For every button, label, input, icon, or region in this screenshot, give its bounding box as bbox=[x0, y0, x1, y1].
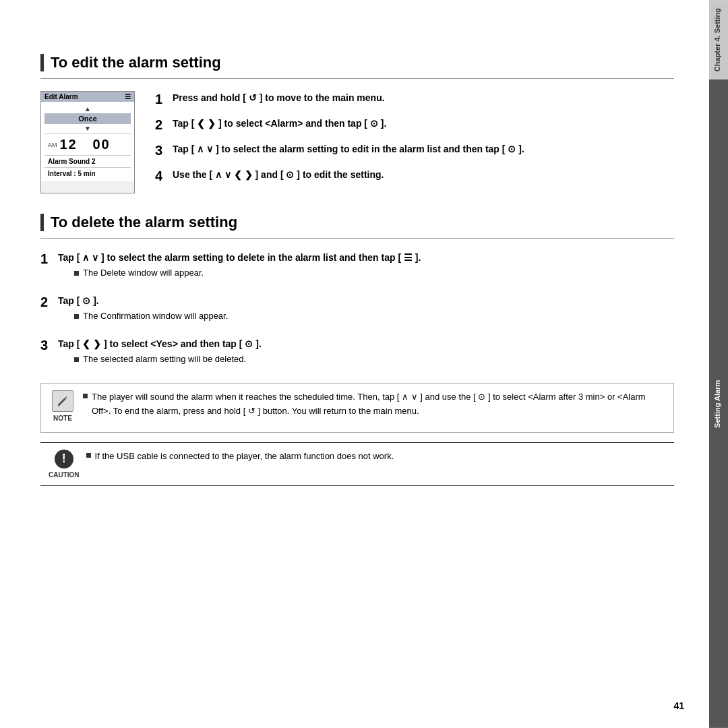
device-min: 00 bbox=[92, 137, 110, 152]
delete-step-3-note: The selected alarm setting will be delet… bbox=[74, 354, 262, 364]
delete-section: To delete the alarm setting 1 Tap [ ∧ ∨ … bbox=[40, 214, 674, 371]
device-body: ▲ Once ▼ AM 12 00 Alarm Sound 2 Interval… bbox=[41, 102, 134, 181]
delete-step-2-note-text: The Confirmation window will appear. bbox=[83, 311, 228, 321]
edit-section-title: To edit the alarm setting bbox=[51, 54, 221, 71]
step-number-3: 3 bbox=[155, 142, 167, 158]
delete-section-bar bbox=[40, 214, 44, 231]
delete-step-1: 1 Tap [ ∧ ∨ ] to select the alarm settin… bbox=[40, 251, 674, 284]
bullet-icon-2 bbox=[74, 314, 79, 319]
caution-label: CAUTION bbox=[49, 471, 80, 479]
caution-icon-area: ! CAUTION bbox=[49, 450, 80, 479]
device-scroll-down: ▼ bbox=[44, 124, 131, 133]
delete-step-number-1: 1 bbox=[40, 251, 53, 267]
device-menu-icon: ☰ bbox=[125, 93, 131, 100]
delete-divider bbox=[40, 238, 674, 239]
delete-section-heading: To delete the alarm setting bbox=[40, 214, 674, 231]
note-pencil-icon bbox=[52, 390, 73, 412]
delete-step-2-note: The Confirmation window will appear. bbox=[74, 311, 228, 321]
device-repeat: Once bbox=[44, 113, 131, 124]
right-sidebar: Chapter 4. Setting Setting Alarm bbox=[691, 0, 728, 728]
delete-step-1-content: Tap [ ∧ ∨ ] to select the alarm setting … bbox=[58, 251, 421, 284]
device-header: Edit Alarm ☰ bbox=[41, 92, 134, 102]
step-number-2: 2 bbox=[155, 117, 167, 133]
delete-step-text-2: Tap [ ⊙ ]. bbox=[58, 295, 99, 306]
caution-text: If the USB cable is connected to the pla… bbox=[86, 450, 394, 471]
note-icon-area: NOTE bbox=[49, 390, 76, 422]
step-text-1: Press and hold [ ↺ ] to move to the main… bbox=[173, 91, 385, 105]
section-bar bbox=[40, 54, 44, 71]
step-text-4: Use the [ ∧ ∨ ❮ ❯ ] and [ ⊙ ] to edit th… bbox=[173, 168, 384, 182]
note-bullet-icon bbox=[83, 394, 88, 398]
delete-step-number-2: 2 bbox=[40, 294, 53, 310]
delete-step-2: 2 Tap [ ⊙ ]. The Confirmation window wil… bbox=[40, 294, 674, 328]
section-tab: Setting Alarm bbox=[709, 80, 728, 728]
delete-step-3: 3 Tap [ ❮ ❯ ] to select <Yes> and then t… bbox=[40, 337, 674, 371]
note-label: NOTE bbox=[53, 415, 72, 422]
caution-body-text: If the USB cable is connected to the pla… bbox=[95, 450, 394, 464]
edit-step-1: 1 Press and hold [ ↺ ] to move to the ma… bbox=[155, 91, 674, 107]
bullet-icon-1 bbox=[74, 271, 79, 276]
edit-divider bbox=[40, 78, 674, 79]
caution-bullet-icon bbox=[86, 453, 91, 458]
page-number: 41 bbox=[673, 700, 684, 711]
delete-step-2-content: Tap [ ⊙ ]. The Confirmation window will … bbox=[58, 294, 228, 328]
note-bullet: The player will sound the alarm when it … bbox=[83, 390, 665, 419]
device-am: AM bbox=[48, 142, 57, 148]
device-divider-3 bbox=[44, 167, 131, 168]
edit-step-2: 2 Tap [ ❮ ❯ ] to select <Alarm> and then… bbox=[155, 117, 674, 133]
delete-step-1-note: The Delete window will appear. bbox=[74, 268, 421, 278]
caution-box: ! CAUTION If the USB cable is connected … bbox=[40, 442, 674, 486]
device-header-title: Edit Alarm bbox=[44, 93, 78, 100]
note-box: NOTE The player will sound the alarm whe… bbox=[40, 383, 674, 433]
edit-steps-area: 1 Press and hold [ ↺ ] to move to the ma… bbox=[155, 91, 674, 193]
edit-section-heading: To edit the alarm setting bbox=[40, 54, 674, 71]
note-body-text: The player will sound the alarm when it … bbox=[92, 390, 665, 419]
chapter-tab: Chapter 4. Setting bbox=[709, 0, 728, 80]
bullet-icon-3 bbox=[74, 357, 79, 362]
device-mockup: Edit Alarm ☰ ▲ Once ▼ AM 12 00 Alarm Sou bbox=[40, 91, 135, 193]
device-alarm-sound: Alarm Sound 2 bbox=[44, 156, 131, 166]
device-time: 12 00 bbox=[60, 137, 111, 152]
delete-step-3-note-text: The selected alarm setting will be delet… bbox=[83, 354, 246, 364]
caution-exclamation-icon: ! bbox=[55, 450, 73, 468]
edit-alarm-area: Edit Alarm ☰ ▲ Once ▼ AM 12 00 Alarm Sou bbox=[40, 91, 674, 193]
step-text-3: Tap [ ∧ ∨ ] to select the alarm setting … bbox=[173, 142, 524, 156]
caution-bullet: If the USB cable is connected to the pla… bbox=[86, 450, 394, 464]
device-hour: 12 bbox=[60, 137, 78, 152]
delete-step-number-3: 3 bbox=[40, 337, 53, 353]
delete-step-1-note-text: The Delete window will appear. bbox=[83, 268, 204, 278]
step-number-1: 1 bbox=[155, 91, 167, 107]
device-divider-2 bbox=[44, 155, 131, 156]
delete-step-text-3: Tap [ ❮ ❯ ] to select <Yes> and then tap… bbox=[58, 338, 262, 349]
delete-step-text-1: Tap [ ∧ ∨ ] to select the alarm setting … bbox=[58, 252, 421, 263]
device-divider-1 bbox=[44, 133, 131, 134]
delete-steps-area: 1 Tap [ ∧ ∨ ] to select the alarm settin… bbox=[40, 251, 674, 371]
device-interval: Interval : 5 min bbox=[44, 169, 131, 179]
edit-step-4: 4 Use the [ ∧ ∨ ❮ ❯ ] and [ ⊙ ] to edit … bbox=[155, 168, 674, 184]
step-number-4: 4 bbox=[155, 168, 167, 184]
device-time-row: AM 12 00 bbox=[44, 135, 131, 154]
delete-section-title: To delete the alarm setting bbox=[51, 214, 237, 231]
main-content: To edit the alarm setting Edit Alarm ☰ ▲… bbox=[40, 54, 674, 701]
delete-step-3-content: Tap [ ❮ ❯ ] to select <Yes> and then tap… bbox=[58, 337, 262, 371]
edit-step-3: 3 Tap [ ∧ ∨ ] to select the alarm settin… bbox=[155, 142, 674, 158]
note-text: The player will sound the alarm when it … bbox=[83, 390, 665, 425]
device-scroll-up: ▲ bbox=[44, 104, 131, 113]
step-text-2: Tap [ ❮ ❯ ] to select <Alarm> and then t… bbox=[173, 117, 386, 131]
